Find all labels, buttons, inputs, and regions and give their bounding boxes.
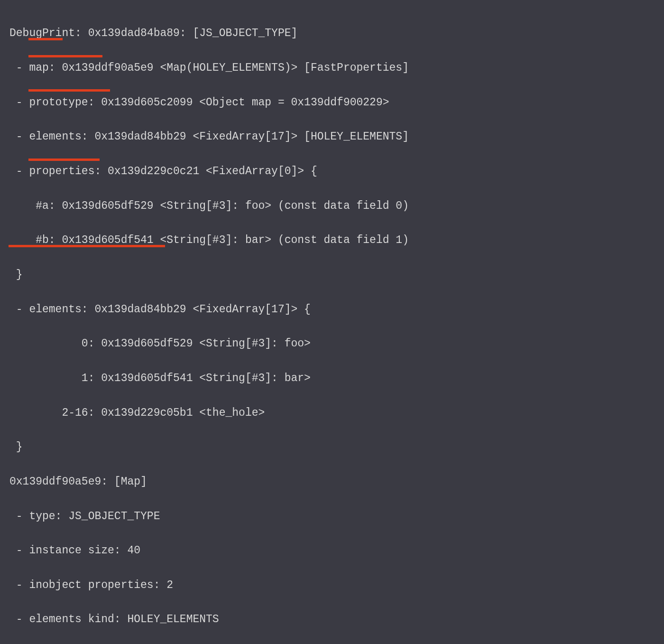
map-inobject-props: - inobject properties: 2 <box>9 577 655 594</box>
terminal-output: DebugPrint: 0x139dad84ba89: [JS_OBJECT_T… <box>0 0 664 644</box>
prototype-line: - prototype: 0x139d605c2099 <Object map … <box>9 94 655 111</box>
elements-close: } <box>9 439 655 456</box>
properties-close: } <box>9 266 655 283</box>
highlight-underline <box>28 55 102 57</box>
element-hole: 2-16: 0x139d229c05b1 <the_hole> <box>9 404 655 421</box>
element-1: 1: 0x139d605df541 <String[#3]: bar> <box>9 370 655 387</box>
map-type: - type: JS_OBJECT_TYPE <box>9 508 655 525</box>
highlight-underline <box>28 159 100 161</box>
debugprint-header: DebugPrint: 0x139dad84ba89: [JS_OBJECT_T… <box>9 25 655 42</box>
highlight-underline <box>9 245 165 247</box>
highlight-underline <box>28 89 110 92</box>
elements-block-line: - elements: 0x139dad84bb29 <FixedArray[1… <box>9 301 655 318</box>
map-elements-kind: - elements kind: HOLEY_ELEMENTS <box>9 611 655 628</box>
properties-line: - properties: 0x139d229c0c21 <FixedArray… <box>9 163 655 180</box>
property-a: #a: 0x139d605df529 <String[#3]: foo> (co… <box>9 197 655 215</box>
element-0: 0: 0x139d605df529 <String[#3]: foo> <box>9 335 655 352</box>
map-line: - map: 0x139ddf90a5e9 <Map(HOLEY_ELEMENT… <box>9 59 655 76</box>
elements-summary-line: - elements: 0x139dad84bb29 <FixedArray[1… <box>9 128 655 145</box>
highlight-underline <box>28 38 63 40</box>
map-dump-header: 0x139ddf90a5e9: [Map] <box>9 473 655 490</box>
map-instance-size: - instance size: 40 <box>9 542 655 559</box>
